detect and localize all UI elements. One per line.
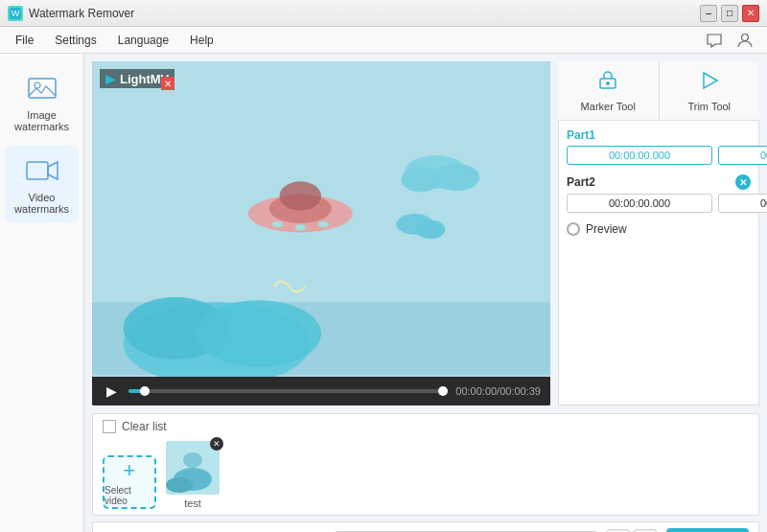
part1-end-input[interactable] [718,146,767,165]
svg-point-10 [197,300,321,367]
svg-point-13 [280,181,321,210]
part2-label: Part2 ✕ [567,174,751,190]
marker-tool-button[interactable]: Marker Tool [558,61,660,120]
part2-row: Part2 ✕ [567,174,751,213]
svg-point-4 [35,82,40,88]
video-watermarks-label: Video watermarks [10,192,75,215]
menu-bar: File Settings Language Help [0,27,767,54]
progress-bar-track[interactable] [128,389,448,393]
watermark-play-icon: ▶ [105,71,116,86]
svg-rect-3 [29,79,56,98]
preview-label: Preview [586,222,627,236]
menu-help[interactable]: Help [180,30,223,51]
output-row: Output folder Origin folder Custom [92,521,759,532]
convert-button[interactable]: Convert [666,528,749,532]
svg-text:W: W [12,9,20,18]
video-scene-svg [92,61,550,377]
video-container: ▶ LightMV ✕ ▶ 00:00:00/00:00:3 [92,61,550,405]
clear-list-checkbox[interactable] [103,420,116,433]
time-display: 00:00:00/00:00:39 [455,385,541,397]
menu-icons [704,30,761,51]
part1-start-input[interactable] [567,146,712,165]
main-layout: Image watermarks Video watermarks [0,54,767,532]
window-controls[interactable]: – □ ✕ [700,5,759,22]
clear-list-label: Clear list [122,420,167,433]
file-list-area: Clear list + Select video [92,413,759,516]
svg-point-18 [433,164,479,191]
app-icon: W [8,6,23,21]
play-button[interactable]: ▶ [102,383,121,399]
file-items-row: + Select video ✕ [103,441,749,509]
part1-row: Part1 [567,128,751,165]
trim-tool-label: Trim Tool [687,101,731,112]
menu-settings[interactable]: Settings [45,30,105,51]
right-panel: Marker Tool Trim Tool Part1 [558,61,759,405]
svg-point-26 [183,452,202,468]
menu-language[interactable]: Language [108,30,178,51]
preview-checkbox[interactable] [567,222,580,236]
part1-label: Part1 [567,128,751,142]
part1-times [567,146,751,165]
svg-point-21 [416,220,445,240]
maximize-button[interactable]: □ [721,5,738,22]
title-bar: W Watermark Remover – □ ✕ [0,0,767,27]
svg-marker-24 [704,73,717,88]
trim-tool-button[interactable]: Trim Tool [660,61,760,120]
image-watermarks-icon [25,71,59,105]
svg-point-23 [606,81,610,85]
add-video-button[interactable]: + Select video [103,455,156,509]
marker-tool-icon [596,69,619,97]
trim-tool-icon [698,69,721,97]
file-remove-button[interactable]: ✕ [210,437,223,451]
svg-point-28 [166,477,193,493]
video-section: ▶ LightMV ✕ ▶ 00:00:00/00:00:3 [92,61,550,405]
menu-items: File Settings Language Help [6,30,223,51]
minimize-button[interactable]: – [700,5,717,22]
svg-point-16 [318,221,329,228]
content-area: ▶ LightMV ✕ ▶ 00:00:00/00:00:3 [84,54,767,532]
sidebar-item-image-watermarks[interactable]: Image watermarks [6,63,79,140]
part2-close-button[interactable]: ✕ [735,174,751,190]
svg-point-14 [272,221,283,228]
svg-point-15 [295,224,306,231]
close-button[interactable]: ✕ [742,5,759,22]
video-scene: ▶ LightMV ✕ [92,61,550,377]
video-controls: ▶ 00:00:00/00:00:39 [92,377,550,405]
parts-panel: Part1 Part2 ✕ [558,121,759,405]
add-icon: + [124,458,136,483]
marker-tool-label: Marker Tool [581,101,636,112]
file-name: test [184,497,201,509]
clear-list-row: Clear list [103,420,749,433]
sidebar-item-video-watermarks[interactable]: Video watermarks [6,146,79,222]
menu-file[interactable]: File [6,30,43,51]
app-title: Watermark Remover [29,7,134,20]
video-watermarks-icon [25,153,59,188]
file-item: ✕ test [166,441,220,509]
watermark-close-icon[interactable]: ✕ [161,77,174,90]
watermark-overlay: ▶ LightMV ✕ [100,69,174,88]
svg-rect-5 [27,162,48,179]
progress-dot [140,386,150,396]
bottom-area: Clear list + Select video [92,413,759,532]
title-bar-left: W Watermark Remover [8,6,134,21]
preview-row: Preview [567,222,751,236]
part2-times [567,194,751,213]
add-video-label: Select video [105,485,154,506]
sidebar: Image watermarks Video watermarks [0,54,84,532]
video-panel-row: ▶ LightMV ✕ ▶ 00:00:00/00:00:3 [92,61,759,405]
svg-point-19 [402,167,439,192]
image-watermarks-label: Image watermarks [10,109,75,132]
part2-start-input[interactable] [567,194,712,213]
tools-row: Marker Tool Trim Tool [558,61,759,121]
user-icon[interactable] [734,30,755,51]
chat-icon[interactable] [704,30,725,51]
part2-end-input[interactable] [718,194,767,213]
svg-point-2 [742,34,749,40]
progress-end-dot [438,386,448,396]
